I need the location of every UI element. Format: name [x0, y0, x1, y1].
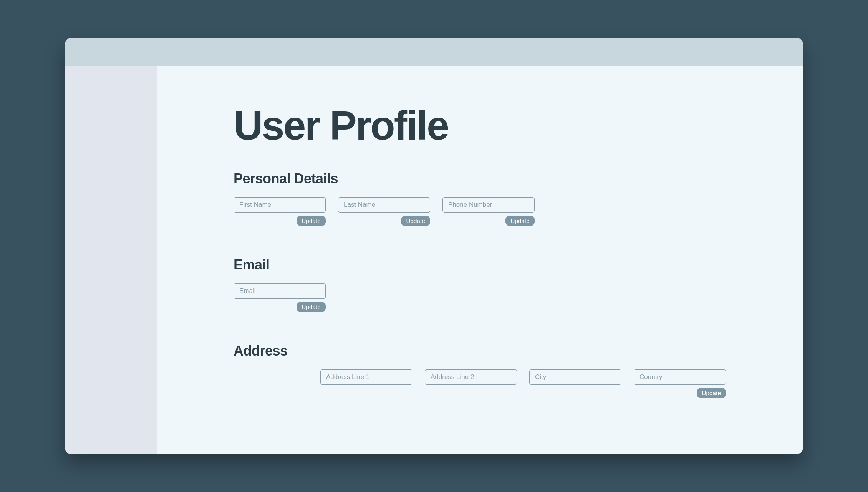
page-title: User Profile: [234, 105, 726, 146]
phone-input[interactable]: [442, 197, 535, 213]
field-group-first-name: Update: [234, 197, 326, 226]
city-input[interactable]: [529, 369, 621, 385]
app-window: User Profile Personal Details Update Upd…: [65, 38, 803, 454]
update-phone-button[interactable]: Update: [505, 216, 535, 226]
section-email: Email Update: [234, 257, 726, 312]
last-name-input[interactable]: [338, 197, 430, 213]
update-last-name-button[interactable]: Update: [401, 216, 430, 226]
email-fields-row: Update: [234, 283, 726, 312]
address-field-group: Update: [234, 369, 726, 398]
first-name-input[interactable]: [234, 197, 326, 213]
field-group-email: Update: [234, 283, 326, 312]
address-line2-input[interactable]: [425, 369, 517, 385]
update-address-button[interactable]: Update: [697, 388, 726, 398]
sidebar: [65, 66, 157, 454]
app-body: User Profile Personal Details Update Upd…: [65, 66, 803, 454]
update-email-button[interactable]: Update: [297, 302, 326, 312]
section-heading-personal: Personal Details: [234, 171, 726, 190]
address-line1-input[interactable]: [320, 369, 412, 385]
section-heading-email: Email: [234, 257, 726, 276]
update-first-name-button[interactable]: Update: [297, 216, 326, 226]
section-heading-address: Address: [234, 343, 726, 362]
main-content: User Profile Personal Details Update Upd…: [157, 66, 803, 454]
titlebar: [65, 38, 803, 66]
field-group-last-name: Update: [338, 197, 430, 226]
section-personal-details: Personal Details Update Update Update: [234, 171, 726, 226]
field-group-phone: Update: [442, 197, 535, 226]
email-input[interactable]: [234, 283, 326, 299]
section-address: Address Update: [234, 343, 726, 398]
country-input[interactable]: [634, 369, 726, 385]
address-fields-row: [320, 369, 726, 385]
personal-fields-row: Update Update Update: [234, 197, 726, 226]
